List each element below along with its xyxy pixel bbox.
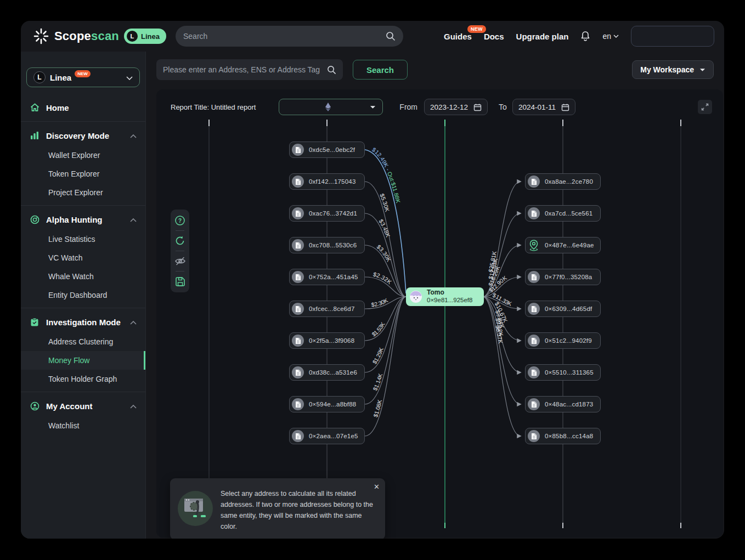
sidebar-item-wallet-explorer[interactable]: Wallet Explorer bbox=[21, 146, 145, 165]
document-icon bbox=[528, 366, 540, 378]
sidebar-section-alpha-hunting[interactable]: Alpha Hunting bbox=[21, 209, 145, 230]
sidebar-item-project-explorer[interactable]: Project Explorer bbox=[21, 183, 145, 202]
address-node[interactable]: 0×85b8...cc14a8 bbox=[525, 428, 601, 444]
fullscreen-button[interactable] bbox=[698, 100, 712, 114]
edge-amount-label: $3.48K bbox=[377, 218, 391, 238]
center-node-name: Tomo bbox=[427, 289, 472, 297]
help-button[interactable]: ? bbox=[172, 213, 188, 228]
address-node[interactable]: 0xfcec...8ce6d7 bbox=[289, 301, 365, 317]
token-select[interactable] bbox=[279, 99, 383, 115]
nav-docs[interactable]: Docs bbox=[484, 32, 504, 41]
sidebar-item-vc-watch[interactable]: VC Watch bbox=[21, 248, 145, 267]
address-node[interactable]: 0×48ac...cd1873 bbox=[525, 396, 601, 412]
address-node[interactable]: 0xc708...5530c6 bbox=[289, 237, 365, 253]
chevron-up-icon bbox=[130, 401, 137, 411]
sidebar-item-token-explorer[interactable]: Token Explorer bbox=[21, 165, 145, 183]
app-window: Scopescan L Linea GuidesNEW Docs Upgrade… bbox=[21, 21, 724, 539]
global-search-input[interactable] bbox=[183, 32, 386, 41]
search-button[interactable]: Search bbox=[353, 60, 408, 80]
save-button[interactable] bbox=[172, 274, 188, 289]
address-node[interactable]: 0xac76...3742d1 bbox=[289, 205, 365, 222]
sidebar-section-my-account[interactable]: My Account bbox=[21, 395, 145, 416]
chevron-down-icon bbox=[370, 105, 376, 109]
linea-logo-icon: L bbox=[127, 31, 138, 42]
report-title: Report Title: Untitled report bbox=[171, 103, 256, 111]
tomo-avatar bbox=[409, 290, 422, 303]
address-node[interactable]: 0xf142...175043 bbox=[289, 173, 365, 190]
sidebar-item-address-clustering[interactable]: Address Clustering bbox=[21, 332, 145, 351]
address-label: 0xa7cd...5ce561 bbox=[545, 210, 592, 217]
address-node[interactable]: 0xa8ae...2ce780 bbox=[525, 173, 601, 190]
address-node[interactable]: 0xdc5e...0ebc2f bbox=[289, 142, 365, 158]
chevron-up-icon bbox=[130, 317, 137, 327]
illustration bbox=[178, 491, 213, 526]
address-search-field[interactable] bbox=[156, 59, 343, 80]
help-icon: ? bbox=[174, 215, 185, 226]
document-icon bbox=[292, 207, 304, 219]
wallet-connect-box[interactable] bbox=[631, 26, 714, 47]
linea-logo-icon: L bbox=[33, 71, 46, 83]
address-node[interactable]: 0×487e...6e49ae bbox=[525, 237, 601, 253]
document-icon bbox=[292, 239, 304, 251]
brand-name: Scopescan bbox=[54, 29, 119, 43]
address-label: 0xac76...3742d1 bbox=[309, 210, 357, 217]
from-date-picker[interactable]: 2023-12-12 bbox=[424, 99, 488, 115]
eth-icon bbox=[325, 102, 331, 112]
divider bbox=[21, 205, 145, 206]
sidebar-section-discovery-mode[interactable]: Discovery Mode bbox=[21, 125, 145, 146]
new-badge: NEW bbox=[75, 70, 91, 77]
logo[interactable]: Scopescan L Linea bbox=[33, 21, 166, 52]
sidebar-item-money-flow[interactable]: Money Flow bbox=[21, 351, 145, 370]
close-icon[interactable]: ✕ bbox=[374, 483, 380, 491]
refresh-button[interactable] bbox=[172, 233, 188, 248]
tooltip-text: Select any address to calculate all its … bbox=[221, 485, 377, 532]
address-node[interactable]: 0xa7cd...5ce561 bbox=[525, 205, 601, 222]
global-search[interactable] bbox=[176, 26, 403, 47]
divider bbox=[176, 251, 184, 251]
sidebar-item-home[interactable]: Home bbox=[21, 97, 145, 118]
address-node[interactable]: 0xd38c...a531e6 bbox=[289, 364, 365, 381]
nav-guides[interactable]: GuidesNEW bbox=[444, 32, 472, 41]
chevron-up-icon bbox=[130, 131, 137, 140]
eye-off-icon bbox=[174, 256, 186, 266]
nav-upgrade-plan[interactable]: Upgrade plan bbox=[516, 32, 569, 41]
address-node[interactable]: 0×752a...451a45 bbox=[289, 269, 365, 285]
graph-toolbar: ? bbox=[171, 210, 189, 292]
address-node[interactable]: 0×594e...a8bf88 bbox=[289, 396, 365, 412]
address-label: 0×2aea...07e1e5 bbox=[309, 433, 358, 439]
address-search-input[interactable] bbox=[163, 65, 327, 74]
graph-canvas[interactable]: $12.49K - Out:$11.88K$5.30K$3.48K$3.30K$… bbox=[156, 89, 723, 538]
document-icon bbox=[528, 335, 540, 347]
refresh-icon bbox=[174, 235, 185, 246]
center-node-tomo[interactable]: Tomo 0×9e81...925ef8 bbox=[406, 287, 484, 306]
sidebar-item-live-statistics[interactable]: Live Statistics bbox=[21, 230, 145, 248]
sidebar-item-whale-watch[interactable]: Whale Watch bbox=[21, 267, 145, 286]
sidebar-item-watchlist[interactable]: Watchlist bbox=[21, 416, 145, 435]
hide-button[interactable] bbox=[172, 253, 188, 269]
fullscreen-icon bbox=[701, 103, 709, 111]
address-node[interactable]: 0×51c2...9402f9 bbox=[525, 332, 601, 349]
language-selector[interactable]: en bbox=[602, 32, 619, 41]
address-node[interactable]: 0×5510...311365 bbox=[525, 364, 601, 381]
address-node[interactable]: 0×6309...4d65df bbox=[525, 301, 601, 317]
my-workspace-button[interactable]: My Workspace bbox=[632, 60, 714, 79]
clipboard-icon bbox=[30, 318, 39, 327]
address-search-row: Search My Workspace bbox=[156, 59, 714, 80]
address-node[interactable]: 0×2f5a...3f9068 bbox=[289, 332, 365, 349]
bell-icon[interactable] bbox=[580, 31, 590, 42]
sidebar: L Linea NEW Home Discovery Mode Wallet E… bbox=[21, 52, 146, 539]
sidebar-item-entity-dashboard[interactable]: Entity Dashboard bbox=[21, 286, 145, 304]
address-node[interactable]: 0×2aea...07e1e5 bbox=[289, 428, 365, 444]
document-icon bbox=[292, 430, 304, 442]
network-selector[interactable]: L Linea NEW bbox=[26, 67, 140, 87]
address-node[interactable]: 0×77f0...35208a bbox=[525, 269, 601, 285]
to-date-picker[interactable]: 2024-01-11 bbox=[512, 99, 575, 115]
top-nav: GuidesNEW Docs Upgrade plan en bbox=[444, 21, 714, 52]
document-icon bbox=[528, 207, 540, 219]
document-icon bbox=[528, 271, 540, 283]
address-label: 0×594e...a8bf88 bbox=[309, 401, 356, 408]
divider bbox=[176, 271, 184, 271]
sidebar-section-investigation-mode[interactable]: Investigation Mode bbox=[21, 312, 145, 332]
sidebar-item-token-holder-graph[interactable]: Token Holder Graph bbox=[21, 370, 145, 388]
document-icon bbox=[292, 176, 304, 188]
